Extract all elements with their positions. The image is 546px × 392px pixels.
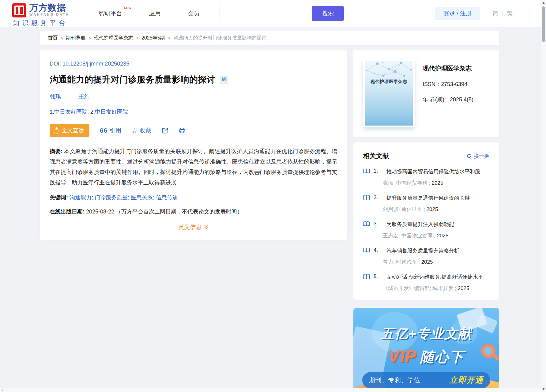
breadcrumb-issue[interactable]: 2025年5期 [141,35,165,41]
related-item-source: 王志宏; 中国物业管理 ; 2025 [383,232,489,239]
login-register-button[interactable]: 登录 / 注册 [435,7,480,20]
search-bar: 搜索 [220,6,344,21]
abstract-label: 摘要: [50,148,62,154]
favorite-button[interactable]: ☆ 收藏 [132,126,151,134]
journal-info-card: 现代护理医学杂志 现代护理医学杂志 ISSN：2753-6394 年,卷(期)：… [353,50,499,137]
wanfang-logo[interactable]: 万方数据 WANFANG DATA 知识服务平台 [12,2,78,25]
journal-cover-title: 现代护理医学杂志 [365,79,413,85]
nav-item-apps[interactable]: 应用 [149,9,161,17]
journal-volume: 年,卷(期)：2025,4(5) [423,96,473,103]
main-nav: 智研平台 new 应用 会员 [99,9,199,17]
related-item-link[interactable]: 1. 推动提高国内贸易信用保险供给水平和服务... [363,168,489,175]
related-literature-card: 相关文献 换一换 1. 推动提高国内贸易信用保险供给水平和服务... 张振; 中… [353,142,499,300]
book-icon [363,221,370,227]
journal-issn: ISSN：2753-6394 [423,81,473,88]
ad-cta-pill[interactable]: 期刊、专利、学位 立即开通 [362,372,491,388]
book-icon [363,168,370,174]
book-icon [363,195,370,200]
doi-link[interactable]: 10.12208/j.jmnm.20250235 [62,61,129,67]
star-icon: ☆ [132,127,137,134]
cite-button[interactable]: 66 引用 [100,126,121,134]
new-badge: new [124,5,131,10]
related-item-source: 鲁力; 时代汽车 ; 2025 [383,258,489,266]
keyword-link[interactable]: 沟通能力 [70,194,92,201]
book-icon [363,274,370,279]
brand-tagline: 知识服务平台 [13,19,68,27]
ad-headline: 五亿+专业文献 [353,325,499,343]
cover-network-art [365,61,413,95]
nav-item-zhiyan[interactable]: 智研平台 new [99,9,122,17]
pubdate-value: 2025-08-22 [86,209,114,215]
article-detail-card: DOI: 10.12208/j.jmnm.20250235 沟通能力的提升对门诊… [40,50,347,240]
related-item-link[interactable]: 4. 汽车销售服务质量提升策略分析 [363,247,489,254]
scroll-up-arrow[interactable] [542,2,545,4]
doi-line: DOI: 10.12208/j.jmnm.20250235 [50,61,337,67]
scrollbar-thumb[interactable] [542,6,545,42]
search-button[interactable]: 搜索 [312,6,344,21]
related-item-source: 《城市开发》编辑部; 城市开发 ; 2025 [383,285,489,292]
double-chevron-down-icon [204,225,209,230]
search-input[interactable] [220,6,312,21]
breadcrumb-journal[interactable]: 现代护理医学杂志 [94,35,133,41]
share-icon [162,127,168,134]
pubdate-label: 在线出版日期: [50,209,85,215]
lang-simplified[interactable]: 简 [492,9,498,17]
related-item: 2. 提升服务质量是通信行风建设的关键 刘启诚; 通信世界 ; 2025 [363,194,489,213]
fulltext-button[interactable]: free 全文直达 [50,124,89,137]
breadcrumb-home[interactable]: 首页 [48,35,58,41]
affiliation-link[interactable]: 中日友好医院 [95,109,128,115]
related-item: 3. 为服务质量提升注入强劲动能 王志宏; 中国物业管理 ; 2025 [363,221,489,239]
affiliation-list: 1.中日友好医院; 2.中日友好医院 [50,108,337,115]
book-icon [363,247,370,253]
share-button[interactable] [162,127,168,134]
keywords-label: 关键词: [50,194,68,201]
ad-subheadline: VIP随心下 [353,346,499,367]
keyword-link[interactable]: 信息传递 [156,194,178,201]
related-item-link[interactable]: 3. 为服务质量提升注入强劲动能 [363,221,489,228]
related-item-source: 刘启诚; 通信世界 ; 2025 [383,206,489,213]
journal-name: 现代护理医学杂志 [423,64,473,73]
vip-promo-banner[interactable]: 五亿+专业文献 VIP随心下 期刊、专利、学位 立即开通 [353,308,499,392]
author-list: 韩琪 王红 [50,93,337,101]
article-title: 沟通能力的提升对门诊服务质量影响的探讨 [50,74,216,85]
scroll-left-arrow[interactable] [2,389,3,391]
horizontal-scrollbar[interactable] [0,388,541,392]
related-item-source: 张振; 中国经贸导刊 ; 2025 [383,179,489,187]
brand-name-en: WANFANG DATA [29,12,69,17]
refresh-related-button[interactable]: 换一换 [466,153,489,160]
refresh-icon [466,153,472,159]
related-item-link[interactable]: 5. 互动对话:创新运维服务,提高舒适便捷水平 [363,273,489,281]
quote-icon: 66 [100,127,107,134]
related-item: 1. 推动提高国内贸易信用保险供给水平和服务... 张振; 中国经贸导刊 ; 2… [363,168,489,187]
author-link[interactable]: 王红 [78,93,90,101]
nav-item-member[interactable]: 会员 [188,9,199,17]
brand-name: 万方数据 [29,3,69,12]
action-toolbar: free 全文直达 66 引用 ☆ 收藏 [50,124,337,137]
wanfang-logo-icon [12,3,26,17]
vertical-scrollbar[interactable] [541,0,546,392]
keywords: 关键词: 沟通能力; 门诊服务质量; 医患关系; 信息传递 [50,194,337,201]
breadcrumb-current: 沟通能力的提升对门诊服务质量影响的探讨 [173,35,266,41]
related-title: 相关文献 [363,152,389,160]
print-button[interactable] [179,127,186,134]
page: 万方数据 WANFANG DATA 知识服务平台 智研平台 new 应用 会员 … [0,0,546,392]
breadcrumb-journal-nav[interactable]: 期刊导航 [66,35,85,41]
lang-traditional[interactable]: 繁 [507,9,513,17]
scroll-down-arrow[interactable] [542,388,545,390]
printer-icon [179,127,186,134]
breadcrumb: 首页 > 期刊导航 > 现代护理医学杂志 > 2025年5期 > 沟通能力的提升… [40,31,499,45]
keyword-link[interactable]: 医患关系 [131,194,153,201]
keyword-link[interactable]: 门诊服务质量 [95,194,128,201]
metrics-badge[interactable]: M [220,76,228,84]
english-info-toggle[interactable]: 英文信息 [50,223,337,231]
free-download-icon: free [53,127,59,134]
author-link[interactable]: 韩琪 [50,93,61,101]
header: 万方数据 WANFANG DATA 知识服务平台 智研平台 new 应用 会员 … [0,0,546,27]
journal-cover[interactable]: 现代护理医学杂志 [363,59,415,127]
related-item-link[interactable]: 2. 提升服务质量是通信行风建设的关键 [363,194,489,202]
online-pubdate: 在线出版日期: 2025-08-22 （万方平台首次上网日期，不代表论文的发表时… [50,208,337,215]
affiliation-link[interactable]: 中日友好医院 [54,109,87,115]
ad-open-now: 立即开通 [449,375,484,386]
lang-divider [503,10,503,17]
doi-label: DOI: [50,61,61,67]
